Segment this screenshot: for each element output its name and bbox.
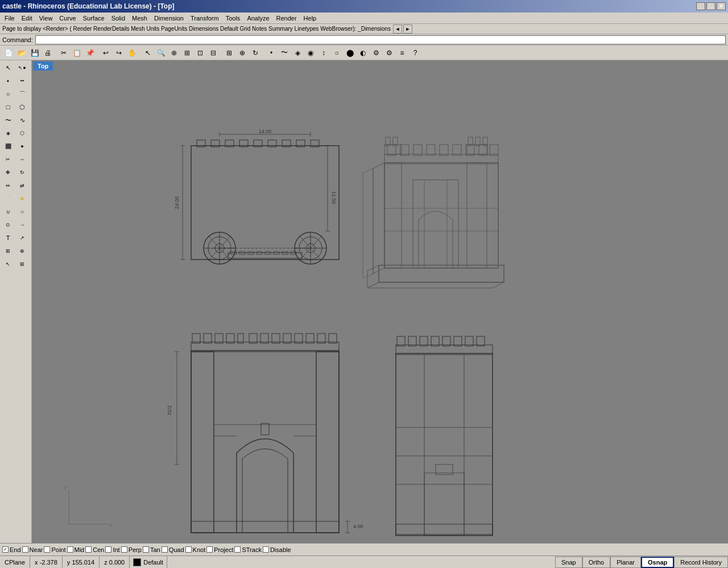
scale-tool[interactable]: ⇔: [1, 179, 15, 192]
tb-snap[interactable]: ⊕: [236, 47, 249, 59]
snap-setting[interactable]: ⊕: [15, 245, 29, 257]
tb-surface1[interactable]: ◈: [291, 47, 304, 59]
snap-near-checkbox[interactable]: [22, 546, 28, 553]
snap-point-checkbox[interactable]: [44, 546, 50, 553]
snap-knot[interactable]: Knot: [185, 546, 206, 553]
tb-new[interactable]: 📄: [2, 47, 15, 59]
tb-camera[interactable]: ⬤: [344, 47, 356, 59]
tb-help[interactable]: ?: [409, 47, 421, 59]
trim-tool[interactable]: ✂: [1, 153, 15, 166]
snap-strack-checkbox[interactable]: [234, 546, 241, 553]
menu-edit[interactable]: Edit: [18, 14, 36, 23]
leader-tool[interactable]: ↗: [15, 232, 29, 244]
cmd-btn-2[interactable]: ►: [403, 24, 412, 34]
snap-disable-checkbox[interactable]: [263, 546, 269, 553]
mirror-tool[interactable]: ⇌: [15, 179, 29, 192]
tb-select[interactable]: ↖: [142, 47, 154, 59]
snap-knot-checkbox[interactable]: [185, 546, 192, 553]
offset-tool[interactable]: ⊕: [15, 192, 29, 205]
tb-curve[interactable]: 〜: [278, 47, 291, 59]
snap-int-checkbox[interactable]: [105, 546, 111, 553]
point-tool[interactable]: •: [1, 75, 15, 87]
menu-solid[interactable]: Solid: [108, 14, 129, 23]
snap-tan-checkbox[interactable]: [143, 546, 149, 553]
tb-zoom-in[interactable]: 🔍: [155, 47, 167, 59]
snap-cen-checkbox[interactable]: [85, 546, 92, 553]
snap-button[interactable]: Snap: [555, 557, 582, 568]
tb-layer[interactable]: ≡: [396, 47, 408, 59]
snap-mid-checkbox[interactable]: [67, 546, 73, 553]
snap-quad[interactable]: Quad: [162, 546, 184, 553]
snap-cen[interactable]: Cen: [85, 546, 104, 553]
tb-point[interactable]: •: [265, 47, 278, 59]
snap-project[interactable]: Project: [206, 546, 233, 553]
snap-end[interactable]: ✓ End: [2, 546, 21, 553]
named-view[interactable]: ⊞: [1, 245, 15, 257]
tb-zoom-all[interactable]: ⊞: [181, 47, 193, 59]
tb-cut[interactable]: ✂: [57, 47, 70, 59]
snap-perp[interactable]: Perp: [121, 546, 142, 553]
record-history-button[interactable]: Record History: [674, 557, 728, 568]
tb-settings1[interactable]: ⚙: [370, 47, 382, 59]
maximize-button[interactable]: □: [706, 2, 715, 10]
tb-pan[interactable]: ✋: [126, 47, 138, 59]
menu-render[interactable]: Render: [273, 14, 300, 23]
snap-project-checkbox[interactable]: [206, 546, 213, 553]
menu-transform[interactable]: Transform: [187, 14, 222, 23]
tb-redo[interactable]: ↪: [113, 47, 125, 59]
select-filter-tool[interactable]: ↖●: [15, 61, 29, 74]
snap-mid[interactable]: Mid: [67, 546, 85, 553]
tb-surface2[interactable]: ◉: [304, 47, 317, 59]
menu-surface[interactable]: Surface: [80, 14, 108, 23]
snap-end-checkbox[interactable]: ✓: [2, 546, 9, 553]
polygon-tool[interactable]: ⬡: [15, 101, 29, 113]
snap-disable[interactable]: Disable: [263, 546, 291, 553]
rotate-tool[interactable]: ↻: [15, 166, 29, 179]
minimize-button[interactable]: _: [696, 2, 705, 10]
planar-button[interactable]: Planar: [610, 557, 641, 568]
circle-tool[interactable]: ○: [1, 88, 15, 100]
osnap-button[interactable]: Osnap: [641, 557, 674, 568]
tb-grid[interactable]: ⊞: [223, 47, 235, 59]
close-button[interactable]: ✕: [717, 2, 726, 10]
extra-tool2[interactable]: ⊞: [15, 258, 29, 270]
menu-help[interactable]: Help: [300, 14, 320, 23]
extend-tool[interactable]: ↔: [15, 153, 29, 166]
cmd-btn-1[interactable]: ◄: [393, 24, 402, 34]
arc-tool[interactable]: ⌒: [15, 88, 29, 100]
dim-tool[interactable]: T: [1, 232, 15, 244]
tb-settings2[interactable]: ⚙: [383, 47, 395, 59]
curve-tool[interactable]: 〜: [1, 114, 15, 126]
menu-dimension[interactable]: Dimension: [151, 14, 187, 23]
snap-tan[interactable]: Tan: [143, 546, 160, 553]
rect-tool[interactable]: □: [1, 101, 15, 113]
tb-save[interactable]: 💾: [28, 47, 41, 59]
boolean-union[interactable]: ∪: [1, 205, 15, 218]
mesh-tool[interactable]: ⬡: [15, 127, 29, 139]
tb-rotate[interactable]: ↻: [249, 47, 262, 59]
ortho-button[interactable]: Ortho: [582, 557, 611, 568]
tb-copy[interactable]: 📋: [71, 47, 83, 59]
snap-quad-checkbox[interactable]: [162, 546, 168, 553]
menu-analyze[interactable]: Analyze: [243, 14, 272, 23]
menu-curve[interactable]: Curve: [56, 14, 79, 23]
menu-file[interactable]: File: [1, 14, 18, 23]
tb-zoom-window[interactable]: ⊕: [168, 47, 180, 59]
tb-transform[interactable]: ↕: [317, 47, 330, 59]
menu-mesh[interactable]: Mesh: [129, 14, 151, 23]
select-tool[interactable]: ↖: [1, 61, 15, 74]
command-input[interactable]: [35, 35, 726, 44]
snap-int[interactable]: Int: [105, 546, 119, 553]
move-tool[interactable]: ✥: [1, 166, 15, 179]
box-tool[interactable]: ⬛: [1, 140, 15, 153]
tb-zoom-select[interactable]: ⊟: [207, 47, 220, 59]
snap-strack[interactable]: STrack: [234, 546, 261, 553]
extra-tool1[interactable]: ↖: [1, 258, 15, 270]
freeform-tool[interactable]: ∿: [15, 114, 29, 126]
direction-tool[interactable]: →: [15, 219, 29, 231]
tb-open[interactable]: 📂: [15, 47, 28, 59]
surface-tool[interactable]: ◈: [1, 127, 15, 139]
fillet-tool[interactable]: ⌒: [1, 192, 15, 205]
tb-undo[interactable]: ↩: [100, 47, 112, 59]
boolean-diff[interactable]: ∩: [15, 205, 29, 218]
